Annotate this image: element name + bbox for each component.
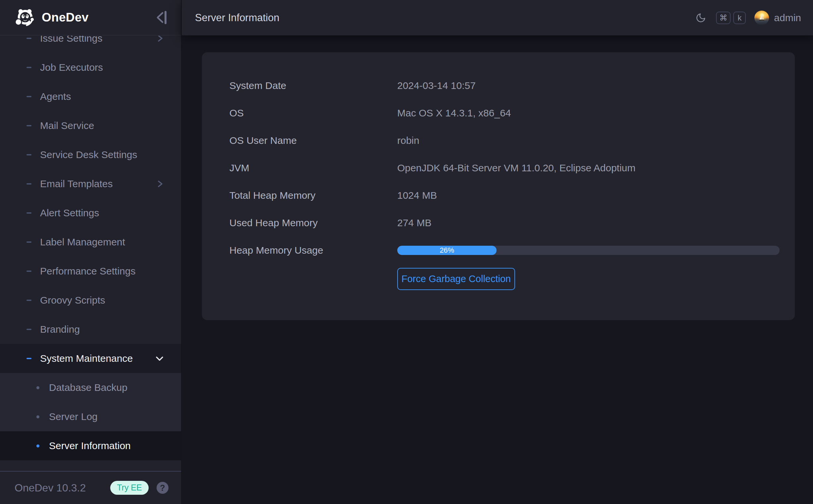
sidebar-item-alert-settings[interactable]: Alert Settings: [0, 198, 181, 228]
bullet-icon: [36, 415, 39, 418]
try-ee-badge[interactable]: Try EE: [110, 481, 148, 495]
info-label: OS: [230, 107, 397, 119]
info-value: 2024-03-14 10:57: [397, 80, 476, 91]
help-icon[interactable]: ?: [156, 482, 168, 494]
info-row-system-date: System Date 2024-03-14 10:57: [230, 72, 780, 99]
info-label: Used Heap Memory: [230, 217, 397, 229]
info-value: OpenJDK 64-Bit Server VM 11.0.20, Eclips…: [397, 162, 636, 174]
heap-progress-percent: 26%: [440, 246, 454, 255]
main-content: System Date 2024-03-14 10:57 OS Mac OS X…: [182, 35, 813, 504]
info-value: robin: [397, 135, 419, 146]
sidebar-item-server-information[interactable]: Server Information: [0, 431, 181, 460]
sidebar-item-database-backup[interactable]: Database Backup: [0, 373, 181, 402]
info-label: Heap Memory Usage: [230, 245, 397, 256]
sidebar-item-performance-settings[interactable]: Performance Settings: [0, 257, 181, 286]
dash-icon: [26, 271, 31, 272]
dash-icon: [26, 38, 31, 39]
heap-progress-track: 26%: [397, 246, 780, 255]
info-row-os-user-name: OS User Name robin: [230, 127, 780, 154]
sidebar-item-groovy-scripts[interactable]: Groovy Scripts: [0, 286, 181, 315]
shortcut-key-cmd[interactable]: ⌘: [716, 12, 731, 24]
dash-icon: [26, 329, 31, 330]
onedev-logo-icon[interactable]: [15, 8, 35, 27]
chevron-right-icon: [156, 36, 164, 42]
sidebar-item-server-log[interactable]: Server Log: [0, 402, 181, 431]
username-label[interactable]: admin: [774, 12, 801, 23]
sidebar-nav: Issue Settings Job Executors Agents Mail…: [0, 36, 181, 471]
sidebar-nav-scroll: Issue Settings Job Executors Agents Mail…: [0, 36, 181, 471]
dash-icon: [26, 96, 31, 97]
force-garbage-collection-button[interactable]: Force Garbage Collection: [397, 268, 515, 290]
sidebar-item-email-templates[interactable]: Email Templates: [0, 169, 181, 198]
info-label: Total Heap Memory: [230, 190, 397, 201]
sidebar-collapse-icon[interactable]: [154, 10, 168, 25]
sidebar-item-agents[interactable]: Agents: [0, 82, 181, 111]
sidebar-item-branding[interactable]: Branding: [0, 315, 181, 344]
sidebar-item-system-maintenance[interactable]: System Maintenance: [0, 344, 181, 373]
dash-icon: [26, 183, 31, 185]
header-actions: ⌘ k admin: [696, 11, 801, 25]
sidebar-item-mail-service[interactable]: Mail Service: [0, 111, 181, 140]
dash-icon: [26, 300, 31, 301]
system-maintenance-submenu: Database Backup Server Log Server Inform…: [0, 373, 181, 460]
info-label: System Date: [230, 80, 397, 91]
info-row-os: OS Mac OS X 14.3.1, x86_64: [230, 99, 780, 127]
dash-icon: [26, 212, 31, 214]
chevron-down-icon: [155, 356, 164, 361]
info-row-jvm: JVM OpenJDK 64-Bit Server VM 11.0.20, Ec…: [230, 154, 780, 182]
chevron-right-icon: [156, 180, 164, 188]
shortcut-key-k[interactable]: k: [733, 12, 746, 24]
version-label: OneDev 10.3.2: [15, 482, 86, 494]
dash-icon: [26, 154, 31, 155]
sidebar-item-subscription-management[interactable]: Subscription Management: [0, 460, 181, 471]
sidebar-item-service-desk-settings[interactable]: Service Desk Settings: [0, 140, 181, 169]
sidebar-item-label-management[interactable]: Label Management: [0, 228, 181, 257]
sidebar-item-job-executors[interactable]: Job Executors: [0, 53, 181, 82]
heap-progress-fill: 26%: [397, 246, 496, 255]
sidebar: OneDev Issue Settings Job Executors: [0, 0, 181, 504]
info-row-heap-memory-usage: Heap Memory Usage 26%: [230, 236, 780, 264]
info-value: 274 MB: [397, 217, 431, 229]
page-title: Server Information: [195, 12, 279, 24]
bullet-icon: [36, 386, 39, 389]
dash-icon: [26, 241, 31, 243]
info-label: JVM: [230, 162, 397, 174]
bullet-icon: [36, 444, 39, 447]
dash-icon: [26, 125, 31, 126]
sidebar-footer: OneDev 10.3.2 Try EE ?: [0, 471, 181, 504]
info-label: OS User Name: [230, 135, 397, 146]
sidebar-logo-bar: OneDev: [0, 0, 181, 35]
dash-icon: [26, 358, 31, 359]
info-value: 1024 MB: [397, 190, 437, 201]
gc-button-row: Force Garbage Collection: [230, 268, 780, 290]
info-row-total-heap-memory: Total Heap Memory 1024 MB: [230, 182, 780, 209]
app-name: OneDev: [42, 11, 89, 24]
info-value: Mac OS X 14.3.1, x86_64: [397, 107, 511, 119]
sidebar-item-issue-settings[interactable]: Issue Settings: [0, 36, 181, 53]
dash-icon: [26, 67, 31, 68]
server-info-panel: System Date 2024-03-14 10:57 OS Mac OS X…: [202, 52, 795, 320]
user-avatar[interactable]: [754, 11, 769, 25]
main-header: Server Information ⌘ k admin: [182, 0, 813, 35]
dark-mode-toggle-moon-icon[interactable]: [696, 13, 706, 23]
info-row-used-heap-memory: Used Heap Memory 274 MB: [230, 209, 780, 236]
